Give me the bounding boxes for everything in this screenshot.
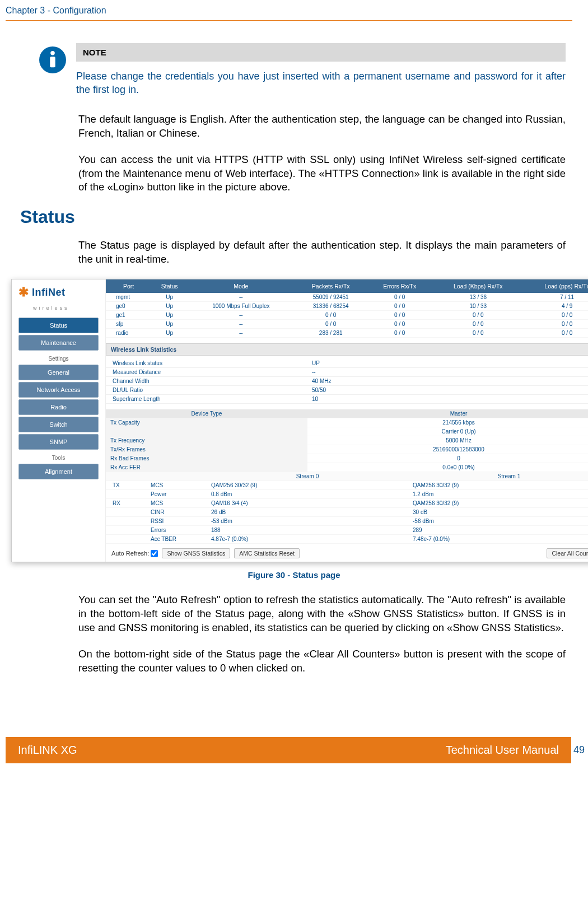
table-row: RXMCSQAM16 3/4 (4)QAM256 30/32 (9) — [106, 499, 588, 508]
stream0-header: Stream 0 — [207, 472, 408, 481]
table-row: Superframe Length10 — [106, 395, 588, 404]
nav-radio[interactable]: Radio — [18, 399, 99, 415]
table-row: Tx Capacity214556 kbps — [106, 418, 588, 427]
table-row: Rx Acc FER0.0e0 (0.0%) — [106, 463, 588, 472]
table-row: TXMCSQAM256 30/32 (9)QAM256 30/32 (9) — [106, 481, 588, 490]
page-number: 49 — [573, 744, 587, 756]
footer-bar: InfiLINK XG Technical User Manual — [6, 737, 571, 763]
table-row: Measured Distance-- — [106, 368, 588, 377]
status-page-screenshot: ✱ InfiNet wireless Status Maintenance Se… — [11, 279, 588, 562]
footer-left: InfiLINK XG — [18, 744, 77, 757]
nav-status[interactable]: Status — [18, 318, 99, 333]
nav-network-access[interactable]: Network Access — [18, 382, 99, 398]
paragraph: You can access the unit via HTTPS (HTTP … — [78, 153, 566, 195]
th-errors: Errors Rx/Tx — [367, 279, 432, 293]
clear-counters-button[interactable]: Clear All Counters — [547, 548, 588, 558]
table-row: Carrier 0 (Up) — [106, 427, 588, 436]
nav-category-tools: Tools — [16, 451, 101, 462]
th-status: Status — [151, 279, 188, 293]
auto-refresh-checkbox[interactable] — [151, 550, 158, 557]
th-load-kbps: Load (Kbps) Rx/Tx — [432, 279, 524, 293]
table-row: Acc TBER4.87e-7 (0.0%)7.48e-7 (0.0%) — [106, 535, 588, 544]
sidebar: ✱ InfiNet wireless Status Maintenance Se… — [12, 279, 106, 562]
table-row: radioUp--283 / 2810 / 00 / 00 / 0 — [106, 329, 588, 338]
th-mode: Mode — [188, 279, 294, 293]
table-row: sfpUp--0 / 00 / 00 / 00 / 0 — [106, 320, 588, 329]
section-title: Status — [20, 207, 75, 227]
stream-table: Stream 0 Stream 1 TXMCSQAM256 30/32 (9)Q… — [106, 472, 588, 544]
nav-switch[interactable]: Switch — [18, 417, 99, 432]
device-master-header: Master — [307, 409, 588, 418]
table-row: ge0Up1000 Mbps Full Duplex31336 / 682540… — [106, 302, 588, 311]
table-row: DL/UL Ratio50/50 — [106, 386, 588, 395]
logo-text: InfiNet — [32, 287, 66, 298]
table-row: Tx/Rx Frames25166000/12583000 — [106, 445, 588, 454]
wireless-link-table: Wireless Link statusUPMeasured Distance-… — [106, 359, 588, 404]
paragraph: The Status page is displayed by default … — [78, 239, 566, 267]
footer-right: Technical User Manual — [446, 744, 559, 757]
note-label: NOTE — [76, 43, 566, 62]
note-body: Please change the credentials you have j… — [76, 62, 566, 97]
table-row: ge1Up--0 / 00 / 00 / 00 / 0 — [106, 311, 588, 320]
nav-snmp[interactable]: SNMP — [18, 434, 99, 450]
ports-table: Port Status Mode Packets Rx/Tx Errors Rx… — [106, 279, 588, 338]
info-icon — [39, 46, 66, 73]
chapter-header: Chapter 3 - Configuration — [0, 6, 588, 20]
table-row: Power0.8 dBm1.2 dBm — [106, 490, 588, 499]
th-port: Port — [106, 279, 151, 293]
auto-refresh-label: Auto Refresh: — [111, 550, 149, 557]
table-row: Errors188289 — [106, 526, 588, 535]
nav-alignment[interactable]: Alignment — [18, 464, 99, 479]
amc-reset-button[interactable]: AMC Statistics Reset — [234, 548, 300, 558]
device-table: Device Type Master Tx Capacity214556 kbp… — [106, 409, 588, 472]
table-row: Rx Bad Frames0 — [106, 454, 588, 463]
nav-general[interactable]: General — [18, 365, 99, 380]
svg-point-0 — [50, 51, 55, 55]
wireless-link-header: Wireless Link Statistics — [106, 343, 588, 356]
th-packets: Packets Rx/Tx — [294, 279, 367, 293]
nav-maintenance[interactable]: Maintenance — [18, 335, 99, 351]
table-row: mgmtUp--55009 / 924510 / 013 / 367 / 11 — [106, 293, 588, 302]
nav-category-settings: Settings — [16, 352, 101, 363]
table-row: Tx Frequency5000 MHz — [106, 436, 588, 445]
table-row: CINR26 dB30 dB — [106, 508, 588, 517]
paragraph: On the bottom-right side of the Status p… — [78, 647, 566, 675]
logo-mark-icon: ✱ — [18, 285, 29, 300]
stream1-header: Stream 1 — [408, 472, 588, 481]
svg-rect-1 — [50, 57, 55, 67]
paragraph: The default language is English. After t… — [78, 113, 566, 141]
paragraph: You can set the "Auto Refresh" option to… — [78, 593, 566, 635]
device-type-header: Device Type — [106, 409, 307, 418]
th-load-pps: Load (pps) Rx/Tx — [524, 279, 588, 293]
table-row: Wireless Link statusUP — [106, 359, 588, 368]
logo: ✱ InfiNet — [16, 285, 101, 300]
table-row: Channel Width40 MHz — [106, 377, 588, 386]
table-row: RSSI-53 dBm-56 dBm — [106, 517, 588, 526]
show-gnss-button[interactable]: Show GNSS Statistics — [162, 548, 230, 558]
logo-sub: wireless — [33, 305, 101, 311]
figure-caption: Figure 30 - Status page — [22, 570, 566, 580]
